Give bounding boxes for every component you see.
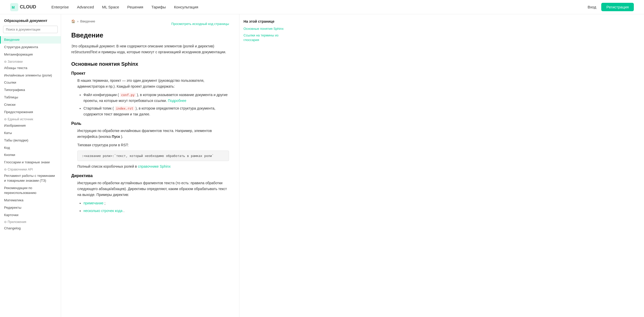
sidebar-group-single-source[interactable]: Единый источник: [0, 116, 61, 122]
nav-item-pricing[interactable]: Тарифы: [151, 5, 166, 9]
sidebar-item-typography[interactable]: Типографика: [0, 86, 61, 94]
sidebar-group-headings[interactable]: Заголовки: [0, 58, 61, 64]
project-item2-before: Стартовый топик (: [83, 106, 114, 110]
sidebar-item-cuts[interactable]: Каты: [0, 129, 61, 137]
article-intro: Это образцовый документ. В нем содержитс…: [71, 43, 229, 55]
sidebar: Образцовый документ Введение Структура д…: [0, 14, 61, 317]
role-link-before: Полный список коробочных ролей в: [77, 164, 138, 168]
sidebar-item-buttons[interactable]: Кнопки: [0, 151, 61, 159]
sidebar-item-tabs[interactable]: Табы (вкладки): [0, 137, 61, 144]
toc-link-1[interactable]: Основные понятия Sphinx: [244, 27, 291, 31]
project-section: В наших терминах, проект — это один доку…: [77, 78, 229, 117]
sidebar-group-api[interactable]: Справочники API: [0, 166, 61, 172]
breadcrumb-current: Введение: [80, 19, 95, 23]
directive-section: Инструкция по обработки аутлайновых фраг…: [77, 180, 229, 214]
conf-py-code: conf.py: [120, 93, 136, 97]
main-content: 🏠 » Введение Просмотреть исходный код ст…: [61, 14, 644, 317]
role-section: Инструкция по обработке инлайновых фрагм…: [77, 128, 229, 169]
section1-title: Основные понятия Sphinx: [71, 61, 229, 67]
project-text: В наших терминах, проект — это один доку…: [77, 78, 229, 89]
toc-link-2[interactable]: Ссылки на термины из глоссария: [244, 33, 291, 42]
sidebar-item-redirects[interactable]: Редиректы: [0, 204, 61, 212]
page-header-row: 🏠 » Введение Просмотреть исходный код ст…: [71, 19, 229, 28]
sphinx-ref-link[interactable]: справочнике Sphinx: [138, 164, 171, 168]
sidebar-title: Образцовый документ: [0, 18, 61, 26]
search-input[interactable]: [3, 26, 58, 33]
sidebar-item-changelog[interactable]: Changelog: [0, 225, 61, 232]
role-code-block: :<название роли>:`текст, который необход…: [77, 151, 229, 161]
project-list: Файл конфигурации ( conf.py ), в котором…: [77, 92, 229, 117]
sidebar-item-tables[interactable]: Таблицы: [0, 94, 61, 101]
sidebar-item-images[interactable]: Изображения: [0, 122, 61, 129]
directive-title: Директива: [71, 174, 229, 178]
directive-text1: Инструкция по обработки аутлайновых фраг…: [77, 180, 229, 198]
project-item1-before: Файл конфигурации (: [83, 93, 119, 97]
content-area: 🏠 » Введение Просмотреть исходный код ст…: [61, 14, 239, 317]
project-list-item-2: Стартовый топик ( index.rst ), в котором…: [83, 105, 229, 117]
page-layout: Образцовый документ Введение Структура д…: [0, 14, 644, 317]
directive-suffix-2: .: [123, 209, 124, 213]
register-button[interactable]: Регистрация: [601, 3, 634, 11]
directive-list: примечание ; несколько строчек кода .: [77, 200, 229, 214]
role-text-before: Инструкция по обработке инлайновых фрагм…: [77, 129, 212, 139]
sidebar-item-paragraphs[interactable]: Абзацы текста: [0, 64, 61, 72]
sidebar-item-meta[interactable]: Метаинформация: [0, 51, 61, 58]
role-text-after: ).: [121, 135, 123, 139]
index-rst-code: index.rst: [115, 106, 135, 111]
project-list-item-1: Файл конфигурации ( conf.py ), в котором…: [83, 92, 229, 104]
nav-item-consult[interactable]: Консультация: [174, 5, 198, 9]
sidebar-item-intro[interactable]: Введение: [0, 36, 61, 44]
sidebar-item-math[interactable]: Математика: [0, 197, 61, 204]
article-title: Введение: [71, 31, 229, 39]
header-right: Вход Регистрация: [588, 3, 634, 11]
nav-item-advanced[interactable]: Advanced: [77, 5, 94, 9]
sidebar-item-structure[interactable]: Структура документа: [0, 44, 61, 51]
nav-item-solutions[interactable]: Решения: [127, 5, 143, 9]
project-title: Проект: [71, 71, 229, 76]
directive-link-code[interactable]: несколько строчек кода: [83, 209, 122, 213]
logo-text: CLOUD: [20, 4, 36, 10]
sidebar-item-links[interactable]: Ссылки: [0, 79, 61, 86]
sidebar-item-inline[interactable]: Инлайновые элементы (роли): [0, 72, 61, 79]
svg-text:M: M: [12, 5, 15, 9]
nav-item-mlspace[interactable]: ML Space: [102, 5, 119, 9]
directive-link-note[interactable]: примечание: [83, 201, 104, 205]
login-button[interactable]: Вход: [588, 5, 596, 9]
right-panel: На этой странице Основные понятия Sphinx…: [239, 14, 295, 317]
sidebar-item-glossaries[interactable]: Глоссарии и товарные знаки: [0, 159, 61, 166]
logo[interactable]: M CLOUD: [10, 3, 36, 11]
main-nav: Enterprise Advanced ML Space Решения Тар…: [51, 5, 588, 9]
breadcrumb: 🏠 » Введение: [71, 19, 95, 23]
role-text1: Инструкция по обработке инлайновых фрагм…: [77, 128, 229, 140]
sidebar-item-warnings[interactable]: Предостережения: [0, 109, 61, 116]
article: Введение Это образцовый документ. В нем …: [71, 31, 229, 214]
role-text3: Типовая структура роли в RST:: [77, 142, 229, 148]
home-icon[interactable]: 🏠: [71, 19, 75, 23]
breadcrumb-separator: »: [77, 19, 79, 23]
directive-list-item-1: примечание ;: [83, 200, 229, 206]
sidebar-item-cards[interactable]: Карточки: [0, 212, 61, 219]
view-source-link[interactable]: Просмотреть исходный код страницы: [171, 22, 229, 26]
sidebar-group-apps[interactable]: Приложения: [0, 219, 61, 225]
role-code-text: :<название роли>:`текст, который необход…: [82, 154, 214, 158]
directive-suffix-1: ;: [104, 201, 105, 205]
podrobnee-link[interactable]: Подробнее: [168, 99, 187, 103]
sidebar-item-lists[interactable]: Списки: [0, 101, 61, 109]
directive-list-item-2: несколько строчек кода .: [83, 208, 229, 214]
sidebar-item-code[interactable]: Код: [0, 144, 61, 152]
sidebar-item-terms[interactable]: Регламент работы с терминами и товарными…: [0, 172, 61, 184]
role-link-text: Полный список коробочных ролей в справоч…: [77, 164, 229, 169]
right-panel-title: На этой странице: [244, 19, 291, 23]
header: M CLOUD Enterprise Advanced ML Space Реш…: [0, 0, 644, 14]
sidebar-item-reuse[interactable]: Рекомендации по переиспользованию: [0, 184, 61, 197]
logo-icon: M: [10, 3, 18, 11]
nav-item-enterprise[interactable]: Enterprise: [51, 5, 69, 9]
role-bold-text: Пуск: [112, 135, 120, 139]
role-title: Роль: [71, 121, 229, 126]
